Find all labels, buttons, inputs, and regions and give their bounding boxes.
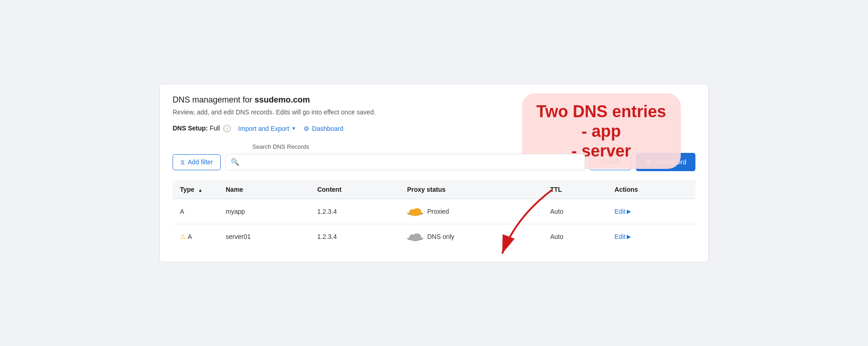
search-input[interactable] [225, 154, 585, 170]
type-value: A [180, 208, 184, 215]
edit-arrow-icon: ▶ [627, 233, 631, 240]
edit-label: Edit [614, 233, 625, 240]
add-filter-button[interactable]: ⧖ Add filter [173, 154, 221, 170]
edit-link[interactable]: Edit▶ [614, 233, 688, 240]
search-icon: 🔍 [231, 158, 239, 166]
cell-type: ⚠A [173, 224, 218, 249]
warning-icon: ⚠ [180, 233, 186, 240]
dns-management-card: Two DNS entries - app - server DNS manag… [159, 84, 709, 263]
chevron-down-icon: ▼ [292, 126, 296, 131]
dns-setup-label: DNS Setup: Full i [173, 124, 231, 133]
cell-actions: Edit▶ [607, 199, 695, 224]
cell-ttl: Auto [543, 199, 608, 224]
gear-icon: ⚙ [304, 125, 309, 132]
search-button[interactable]: Search [590, 154, 631, 170]
cloud-gray-icon [407, 232, 423, 242]
page-title: DNS management for ssudemo.com [173, 95, 695, 105]
plus-icon: ⊕ [645, 157, 652, 167]
cell-content: 1.2.3.4 [310, 199, 400, 224]
cell-content: 1.2.3.4 [310, 224, 400, 249]
table-header-row: Type ▲ Name Content Proxy status TTL [173, 180, 695, 199]
table-row: ⚠Aserver011.2.3.4 DNS onlyAutoEdit▶ [173, 224, 695, 249]
dns-table-wrapper: Type ▲ Name Content Proxy status TTL [173, 180, 695, 249]
col-type[interactable]: Type ▲ [173, 180, 218, 199]
cell-name: server01 [218, 224, 310, 249]
cell-proxy-status: Proxied [400, 199, 542, 224]
proxy-status-label: DNS only [427, 233, 454, 240]
search-row: ⧖ Add filter 🔍 Search ⊕ Add record [173, 153, 695, 171]
col-ttl: TTL [543, 180, 608, 199]
cell-type: A [173, 199, 218, 224]
import-export-label: Import and Export [238, 125, 289, 132]
dns-setup-row: DNS Setup: Full i Import and Export ▼ ⚙ … [173, 124, 695, 133]
col-proxy-status: Proxy status [400, 180, 542, 199]
table-row: Amyapp1.2.3.4 ProxiedAutoEdit▶ [173, 199, 695, 224]
type-value: A [188, 233, 192, 240]
cell-actions: Edit▶ [607, 224, 695, 249]
cell-ttl: Auto [543, 224, 608, 249]
col-content: Content [310, 180, 400, 199]
cell-name: myapp [218, 199, 310, 224]
dashboard-link[interactable]: ⚙ Dashboard [304, 125, 344, 132]
col-name: Name [218, 180, 310, 199]
filter-icon: ⧖ [180, 158, 185, 166]
edit-link[interactable]: Edit▶ [614, 208, 688, 215]
edit-arrow-icon: ▶ [627, 208, 631, 215]
cell-proxy-status: DNS only [400, 224, 542, 249]
dns-table: Type ▲ Name Content Proxy status TTL [173, 180, 695, 249]
col-actions: Actions [607, 180, 695, 199]
search-section: Search DNS Records ⧖ Add filter 🔍 Search… [173, 143, 695, 171]
add-record-button[interactable]: ⊕ Add record [636, 153, 695, 171]
sort-arrow-icon: ▲ [198, 188, 203, 193]
import-export-button[interactable]: Import and Export ▼ [238, 125, 296, 132]
page-subtitle: Review, add, and edit DNS records. Edits… [173, 108, 695, 117]
info-icon[interactable]: i [223, 125, 231, 132]
edit-label: Edit [614, 208, 625, 215]
proxy-status-label: Proxied [427, 208, 449, 215]
search-input-wrapper: 🔍 [225, 154, 585, 170]
search-label: Search DNS Records [252, 143, 695, 150]
cloud-orange-icon [407, 206, 423, 216]
